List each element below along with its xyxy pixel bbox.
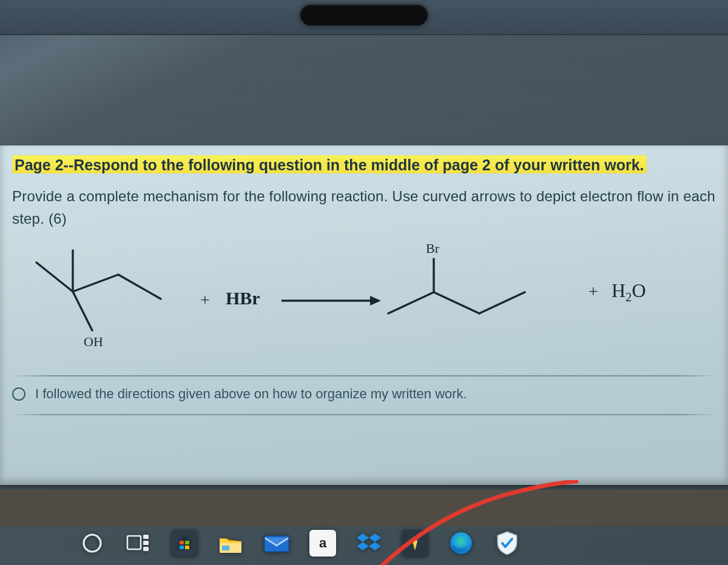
desk-surface bbox=[0, 490, 728, 526]
svg-rect-15 bbox=[143, 547, 149, 551]
amazon-letter: a bbox=[319, 535, 326, 551]
byproduct-h2o: H2O bbox=[612, 279, 646, 304]
svg-rect-21 bbox=[185, 546, 189, 549]
question-content: Page 2--Respond to the following questio… bbox=[0, 145, 728, 485]
svg-marker-27 bbox=[369, 533, 381, 542]
svg-rect-14 bbox=[143, 541, 149, 545]
question-title: Page 2--Respond to the following questio… bbox=[12, 156, 716, 174]
plus-sign-1: + bbox=[200, 290, 210, 310]
app-tile-icon[interactable] bbox=[400, 529, 430, 558]
confirmation-label: I followed the directions given above on… bbox=[35, 386, 467, 402]
svg-line-0 bbox=[36, 262, 73, 292]
radio-unchecked-icon[interactable] bbox=[12, 387, 25, 401]
highlighted-instruction: Page 2--Respond to the following questio… bbox=[12, 155, 647, 173]
dropbox-icon[interactable] bbox=[354, 529, 383, 558]
windows-taskbar: a bbox=[61, 521, 667, 565]
question-body: Provide a complete mechanism for the fol… bbox=[12, 185, 716, 230]
svg-marker-26 bbox=[357, 533, 369, 542]
reaction-arrow bbox=[279, 290, 382, 311]
svg-rect-17 bbox=[181, 537, 187, 540]
shield-check-icon[interactable] bbox=[493, 529, 522, 558]
product-structure bbox=[376, 247, 546, 332]
reactant-oh-label: OH bbox=[84, 334, 103, 350]
svg-marker-28 bbox=[357, 542, 369, 550]
product-br-label: Br bbox=[426, 241, 439, 256]
divider-top bbox=[12, 375, 716, 376]
svg-rect-23 bbox=[222, 546, 229, 550]
svg-rect-20 bbox=[180, 546, 184, 549]
screen-bottom-edge bbox=[0, 485, 728, 490]
microsoft-store-icon[interactable] bbox=[170, 529, 199, 558]
task-view-icon[interactable] bbox=[124, 529, 153, 558]
svg-line-2 bbox=[73, 275, 118, 292]
svg-rect-13 bbox=[143, 535, 149, 539]
phone-notch bbox=[300, 5, 428, 25]
reaction-scheme: OH + HBr Br + H2O bbox=[12, 244, 716, 372]
svg-line-3 bbox=[118, 275, 161, 299]
svg-line-4 bbox=[73, 292, 92, 330]
cortana-circle-icon[interactable] bbox=[78, 529, 107, 558]
svg-line-10 bbox=[479, 292, 525, 313]
svg-marker-29 bbox=[369, 542, 381, 550]
svg-rect-18 bbox=[180, 541, 184, 544]
svg-line-7 bbox=[388, 292, 434, 313]
amazon-icon[interactable]: a bbox=[308, 529, 337, 558]
divider-bottom bbox=[12, 414, 716, 415]
svg-rect-12 bbox=[127, 536, 141, 549]
svg-line-9 bbox=[434, 292, 479, 313]
svg-point-11 bbox=[84, 535, 101, 552]
edge-browser-icon[interactable] bbox=[447, 529, 476, 558]
reagent-hbr: HBr bbox=[226, 288, 260, 309]
file-explorer-icon[interactable] bbox=[216, 529, 245, 558]
plus-sign-2: + bbox=[588, 282, 598, 301]
mail-icon[interactable] bbox=[262, 529, 291, 558]
svg-rect-19 bbox=[185, 541, 189, 544]
confirmation-row[interactable]: I followed the directions given above on… bbox=[12, 386, 716, 402]
